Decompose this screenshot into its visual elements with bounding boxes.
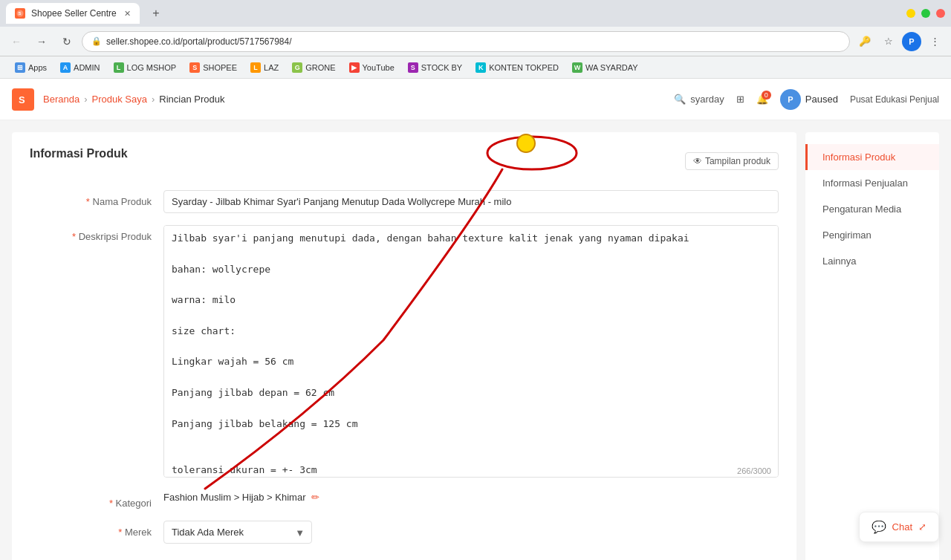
bookmark-logmshop[interactable]: L LOG MSHOP (108, 61, 183, 74)
kategori-control: Fashion Muslim > Hijab > Khimar ✏ (163, 492, 779, 503)
sidebar-label: Pengiriman (822, 229, 872, 241)
tab-favicon: S (15, 8, 25, 19)
chat-button[interactable]: 💬 Chat ⤢ (859, 512, 939, 542)
bookmark-youtube[interactable]: ▶ YouTube (343, 61, 400, 74)
notif-badge: 0 (762, 91, 771, 100)
bookmarks-bar: ⊞ Apps A ADMIN L LOG MSHOP S SHOPEE L LA… (0, 56, 951, 79)
lock-icon: 🔒 (91, 36, 102, 46)
user-menu-button[interactable]: P Paused (780, 89, 838, 110)
nama-produk-label: Nama Produk (30, 190, 163, 207)
grid-view-button[interactable]: ⊞ (736, 94, 744, 105)
address-text: seller.shopee.co.id/portal/product/57175… (106, 36, 292, 47)
right-sidebar: Informasi Produk Informasi Penjualan Pen… (805, 132, 939, 560)
sidebar-label: Informasi Penjualan (822, 178, 908, 189)
kategori-row: Kategori Fashion Muslim > Hijab > Khimar… (30, 492, 779, 509)
preview-product-button[interactable]: 👁 Tampilan produk (685, 152, 779, 170)
chat-label: Chat (892, 521, 912, 533)
nama-produk-control (163, 190, 779, 213)
breadcrumb-home[interactable]: Beranda (43, 94, 79, 105)
app-header: S Beranda › Produk Saya › Rincian Produk… (0, 79, 951, 120)
tab-title: Shopee Seller Centre (31, 8, 117, 19)
bookmark-button[interactable]: ☆ (878, 31, 899, 52)
main-form: Informasi Produk 👁 Tampilan produk Nama … (12, 132, 796, 560)
sidebar-label: Informasi Produk (822, 152, 895, 163)
bookmark-laz[interactable]: L LAZ (244, 61, 285, 74)
minimize-button[interactable] (906, 9, 915, 18)
bookmark-admin[interactable]: A ADMIN (54, 61, 106, 74)
menu-button[interactable]: ⋮ (924, 31, 945, 52)
kategori-label: Kategori (30, 492, 163, 509)
merek-select-wrap: Tidak Ada Merek ▼ (163, 521, 312, 544)
deskripsi-produk-label: Deskripsi Produk (30, 225, 163, 242)
breadcrumb-current: Rincian Produk (159, 94, 224, 105)
breadcrumb-products[interactable]: Produk Saya (92, 94, 147, 105)
bookmark-kontentokped[interactable]: K KONTEN TOKPED (470, 61, 565, 74)
bookmark-stockby[interactable]: S STOCK BY (402, 61, 468, 74)
expand-icon: ⤢ (918, 521, 926, 533)
logmshop-favicon: L (114, 62, 124, 73)
category-value: Fashion Muslim > Hijab > Khimar (163, 492, 305, 503)
browser-tab[interactable]: S Shopee Seller Centre ✕ (6, 3, 140, 24)
sidebar-item-lainnya[interactable]: Lainnya (805, 248, 939, 274)
bookmark-label: GRONE (305, 63, 335, 72)
preview-label: Tampilan produk (705, 156, 770, 166)
new-tab-button[interactable]: + (146, 3, 166, 24)
education-center-link[interactable]: Pusat Edukasi Penjual (850, 94, 939, 105)
wasyarday-favicon: W (572, 62, 582, 73)
apps-favicon: ⊞ (15, 62, 25, 73)
search-icon: 🔍 (674, 94, 686, 105)
bookmark-apps[interactable]: ⊞ Apps (9, 61, 53, 74)
address-bar[interactable]: 🔒 seller.shopee.co.id/portal/product/571… (82, 31, 850, 52)
bookmark-label: WA SYARDAY (585, 63, 638, 72)
bookmark-grone[interactable]: G GRONE (286, 61, 341, 74)
merek-control: Tidak Ada Merek ▼ (163, 521, 779, 544)
close-button[interactable] (936, 9, 945, 18)
paused-button[interactable]: P (902, 32, 921, 51)
bookmark-label: LOG MSHOP (127, 63, 177, 72)
char-count: 266/3000 (737, 466, 771, 475)
merek-row: Merek Tidak Ada Merek ▼ (30, 521, 779, 544)
sidebar-item-pengaturan-media[interactable]: Pengaturan Media (805, 196, 939, 222)
breadcrumb-sep-2: › (152, 94, 155, 105)
shopee-favicon: S (189, 62, 200, 73)
grone-favicon: G (292, 62, 302, 73)
deskripsi-produk-control: Jilbab syar'i panjang menutupi dada, den… (163, 225, 779, 480)
sidebar-item-informasi-produk[interactable]: Informasi Produk (805, 144, 939, 170)
chat-icon: 💬 (872, 520, 886, 534)
extensions-button[interactable]: 🔑 (854, 31, 875, 52)
user-avatar: P (780, 89, 801, 110)
back-button[interactable]: ← (6, 31, 27, 52)
browser-nav: ← → ↻ 🔒 seller.shopee.co.id/portal/produ… (0, 27, 951, 56)
sidebar-item-pengiriman[interactable]: Pengiriman (805, 222, 939, 248)
svg-text:S: S (19, 94, 25, 105)
bookmark-label: LAZ (264, 63, 279, 72)
admin-favicon: A (60, 62, 71, 73)
merek-label: Merek (30, 521, 163, 538)
section-title: Informasi Produk (30, 147, 128, 160)
forward-button[interactable]: → (31, 31, 52, 52)
shopee-logo[interactable]: S (12, 88, 34, 111)
shopee-logo-icon: S (12, 88, 34, 111)
kontentokped-favicon: K (476, 62, 486, 73)
search-button[interactable]: 🔍 syarday (674, 94, 724, 105)
reload-button[interactable]: ↻ (56, 31, 77, 52)
youtube-favicon: ▶ (349, 62, 360, 73)
browser-titlebar: S Shopee Seller Centre ✕ + (0, 0, 951, 27)
notification-button[interactable]: 🔔 0 (756, 94, 768, 105)
stockby-favicon: S (408, 62, 418, 73)
category-edit-button[interactable]: ✏ (311, 492, 319, 503)
deskripsi-produk-row: Deskripsi Produk Jilbab syar'i panjang m… (30, 225, 779, 480)
bookmark-label: KONTEN TOKPED (489, 63, 559, 72)
deskripsi-produk-textarea[interactable]: Jilbab syar'i panjang menutupi dada, den… (163, 225, 779, 478)
nama-produk-input[interactable] (163, 190, 779, 213)
bookmark-wasyarday[interactable]: W WA SYARDAY (566, 61, 644, 74)
svg-text:S: S (19, 11, 22, 16)
breadcrumb: Beranda › Produk Saya › Rincian Produk (43, 94, 665, 105)
header-right: 🔍 syarday ⊞ 🔔 0 P Paused Pusat Edukasi P… (674, 89, 939, 110)
maximize-button[interactable] (921, 9, 930, 18)
breadcrumb-sep-1: › (84, 94, 87, 105)
sidebar-item-informasi-penjualan[interactable]: Informasi Penjualan (805, 170, 939, 196)
merek-select[interactable]: Tidak Ada Merek (163, 521, 312, 544)
tab-close-button[interactable]: ✕ (124, 9, 131, 19)
bookmark-shopee[interactable]: S SHOPEE (184, 61, 243, 74)
